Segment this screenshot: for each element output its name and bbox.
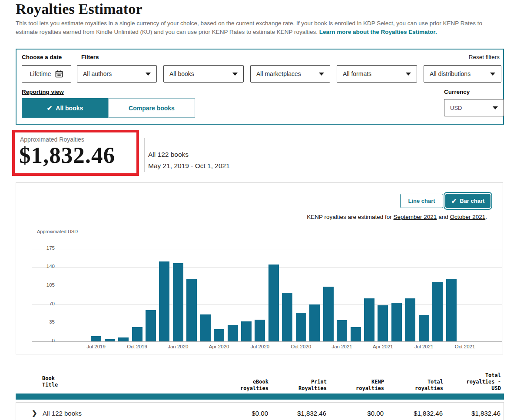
formats-filter-dropdown[interactable]: All formats — [337, 65, 417, 83]
currency-dropdown[interactable]: USD — [444, 99, 504, 116]
kenp-note-text: KENP royalties are estimated for — [307, 214, 393, 220]
bar-aug-2020[interactable] — [268, 265, 279, 341]
column-header-total-royalties: Total royalties — [384, 379, 443, 392]
summary-divider — [144, 138, 145, 172]
bar-nov-2020[interactable] — [309, 304, 320, 341]
filters-label: Filters — [81, 54, 99, 60]
chevron-down-icon — [490, 73, 495, 76]
bar-jun-2021[interactable] — [405, 298, 415, 341]
gridline-y-140 — [32, 267, 502, 268]
date-range-picker[interactable]: Lifetime — [22, 65, 71, 83]
all-books-toggle-label: All books — [56, 105, 83, 112]
kenp-estimate-note: KENP royalties are estimated for Septemb… — [307, 214, 487, 220]
royalties-table-header: Book Title eBook royalties Print Royalti… — [16, 367, 504, 392]
bar-jun-2020[interactable] — [241, 321, 252, 341]
table-row-all-books: ❯ All 122 books $0.00 $1,832.46 $0.00 $1… — [16, 402, 504, 420]
bar-mar-2021[interactable] — [364, 298, 374, 341]
calendar-icon — [55, 69, 63, 78]
line-chart-button-label: Line chart — [408, 198, 435, 204]
column-header-print-royalties: Print Royalties — [268, 379, 327, 392]
cell-total-royalties: $1,832.46 — [384, 410, 443, 417]
y-tick-label-105: 105 — [37, 282, 55, 288]
row-expander-chevron-icon[interactable]: ❯ — [32, 409, 43, 417]
approximated-royalties-amount: $1,832.46 — [19, 142, 115, 168]
checkmark-icon: ✔ — [451, 198, 457, 204]
bar-sep-2021[interactable] — [446, 279, 457, 341]
bar-oct-2019[interactable] — [132, 327, 142, 341]
bar-feb-2020[interactable] — [186, 279, 197, 341]
x-tick-label-jul-2019: Jul 2019 — [80, 344, 112, 349]
chevron-down-icon — [406, 73, 411, 76]
gridline-y-105 — [32, 286, 502, 286]
y-tick-label-140: 140 — [37, 264, 55, 269]
page-description: This tool lets you estimate royalties in… — [16, 19, 505, 36]
y-tick-label-35: 35 — [37, 319, 55, 324]
summary-date-range: May 21, 2019 - Oct 1, 2021 — [148, 162, 230, 170]
x-tick-label-oct-2020: Oct 2020 — [285, 344, 317, 349]
bar-apr-2020[interactable] — [214, 329, 224, 341]
bar-aug-2021[interactable] — [432, 282, 443, 341]
authors-filter-dropdown[interactable]: All authors — [77, 65, 157, 83]
bar-apr-2021[interactable] — [378, 305, 388, 341]
bar-chart-button[interactable]: ✔ Bar chart — [445, 194, 490, 208]
kenp-note-text: . — [485, 214, 487, 220]
cell-total-royalties-usd: $1,832.46 — [443, 410, 500, 417]
bar-nov-2019[interactable] — [146, 310, 156, 341]
page-title: Royalties Estimator — [16, 1, 142, 17]
column-header-kenp-royalties: KENP royalties — [327, 379, 384, 392]
royalties-chart-panel: Line chart ✔ Bar chart KENP royalties ar… — [16, 182, 503, 354]
bar-oct-2020[interactable] — [296, 313, 306, 341]
formats-filter-value: All formats — [343, 70, 371, 77]
x-tick-label-jul-2021: Jul 2021 — [408, 344, 440, 349]
bar-mar-2020[interactable] — [200, 314, 211, 341]
reporting-view-label[interactable]: Reporting view — [22, 89, 64, 95]
reporting-view-toggle: ✔ All books Compare books — [22, 98, 195, 118]
summary-books-count: All 122 books — [148, 151, 189, 159]
bar-jan-2020[interactable] — [173, 263, 183, 341]
bar-jan-2021[interactable] — [337, 320, 347, 341]
currency-value: USD — [450, 105, 462, 111]
line-chart-button[interactable]: Line chart — [400, 194, 443, 208]
x-tick-label-jul-2020: Jul 2020 — [244, 344, 276, 349]
bar-may-2020[interactable] — [228, 325, 238, 341]
all-books-toggle-button[interactable]: ✔ All books — [22, 98, 108, 118]
bar-may-2021[interactable] — [391, 303, 402, 341]
bar-jul-2019[interactable] — [91, 336, 101, 341]
x-tick-label-jan-2021: Jan 2021 — [326, 344, 358, 349]
bar-sep-2020[interactable] — [282, 293, 292, 341]
bar-dec-2019[interactable] — [159, 261, 169, 341]
filter-panel: Choose a date Filters Reset filters Life… — [16, 49, 504, 125]
reset-filters-button[interactable]: Reset filters — [469, 54, 500, 60]
column-header-ebook-royalties: eBook royalties — [208, 379, 268, 392]
bar-jul-2020[interactable] — [255, 320, 265, 341]
october-2021-link[interactable]: October 2021 — [450, 214, 485, 220]
september-2021-link[interactable]: September 2021 — [394, 214, 437, 220]
compare-books-toggle-label: Compare books — [129, 105, 175, 112]
gridline-y-70 — [32, 304, 502, 305]
learn-more-link[interactable]: Learn more about the Royalties Estimator… — [319, 29, 437, 35]
y-tick-label-175: 175 — [37, 245, 55, 251]
bar-chart-button-label: Bar chart — [460, 198, 484, 204]
x-tick-label-oct-2021: Oct 2021 — [449, 344, 481, 349]
x-tick-label-apr-2021: Apr 2021 — [367, 344, 399, 349]
books-filter-dropdown[interactable]: All books — [163, 65, 244, 83]
y-axis-title: Approximated USD — [37, 229, 78, 234]
bar-jul-2021[interactable] — [419, 315, 429, 341]
royalties-estimator-page: Royalties Estimator This tool lets you e… — [0, 0, 507, 420]
distributions-filter-value: All distributions — [430, 70, 471, 77]
marketplaces-filter-value: All marketplaces — [256, 70, 301, 77]
choose-a-date-label: Choose a date — [22, 54, 62, 60]
cell-kenp-royalties: $0.00 — [326, 410, 384, 417]
marketplaces-filter-dropdown[interactable]: All marketplaces — [250, 65, 330, 83]
checkmark-icon: ✔ — [47, 105, 53, 111]
bar-sep-2019[interactable] — [118, 337, 129, 341]
compare-books-toggle-button[interactable]: Compare books — [108, 98, 195, 118]
bar-feb-2021[interactable] — [351, 327, 361, 341]
column-header-book-title: Book Title — [16, 371, 208, 388]
approximated-royalties-highlight-box: Approximated Royalties $1,832.46 — [12, 130, 139, 176]
bar-aug-2019[interactable] — [105, 339, 115, 341]
distributions-filter-dropdown[interactable]: All distributions — [424, 65, 501, 83]
kenp-note-text: and — [437, 214, 450, 220]
bar-dec-2020[interactable] — [323, 287, 334, 341]
row-title: All 122 books — [43, 410, 82, 417]
